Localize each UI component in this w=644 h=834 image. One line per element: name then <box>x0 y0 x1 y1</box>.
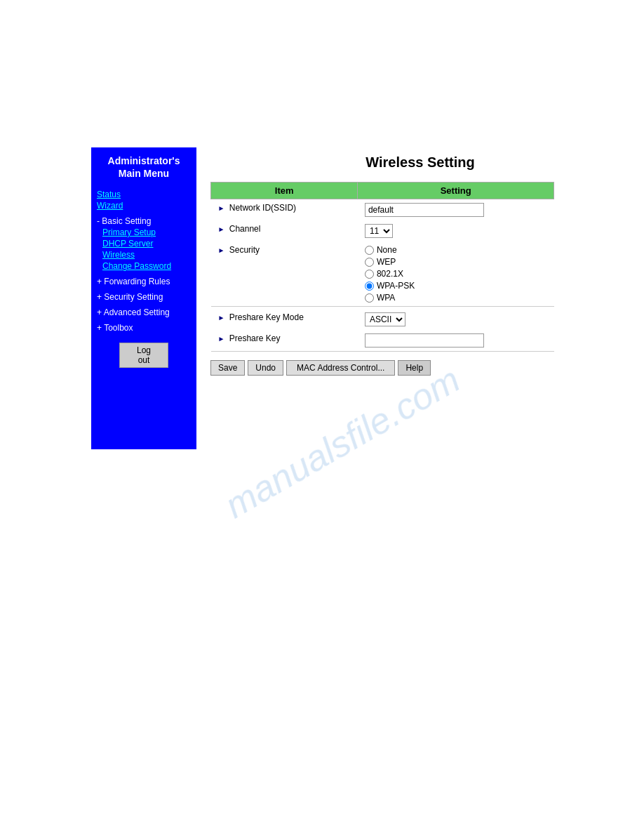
arrow-icon: ► <box>218 225 225 233</box>
radio-none-input[interactable] <box>365 246 374 255</box>
arrow-icon: ► <box>218 246 225 254</box>
table-row: ► Preshare Key <box>211 330 554 352</box>
radio-none[interactable]: None <box>365 245 547 255</box>
preshare-key-cell <box>358 330 554 352</box>
network-id-label: ► Network ID(SSID) <box>211 199 358 221</box>
mac-address-control-button[interactable]: MAC Address Control... <box>286 360 395 376</box>
sidebar-toolbox[interactable]: + Toolbox <box>97 323 191 333</box>
table-row: ► Preshare Key Mode ASCII HEX <box>211 307 554 331</box>
page-title: Wireless Setting <box>210 154 630 171</box>
radio-wpa-input[interactable] <box>365 293 374 303</box>
undo-button[interactable]: Undo <box>248 360 283 376</box>
sidebar-advanced-setting[interactable]: + Advanced Setting <box>97 307 191 317</box>
col-header-item: Item <box>211 183 358 199</box>
col-header-setting: Setting <box>358 183 554 199</box>
radio-8021x-input[interactable] <box>365 270 374 279</box>
preshare-key-label: ► Preshare Key <box>211 330 358 352</box>
sidebar-basic-setting[interactable]: - Basic Setting <box>97 216 191 226</box>
sidebar-item-dhcp-server[interactable]: DHCP Server <box>102 239 191 249</box>
sidebar-item-wireless[interactable]: Wireless <box>102 250 191 260</box>
security-label: ► Security <box>211 241 358 307</box>
save-button[interactable]: Save <box>210 360 245 376</box>
sidebar: Administrator's Main Menu Status Wizard … <box>91 147 196 449</box>
channel-cell: 1234 5678 91011 1213 <box>358 220 554 241</box>
preshare-key-input[interactable] <box>365 333 484 348</box>
radio-wpa-psk-input[interactable] <box>365 282 374 291</box>
table-row: ► Network ID(SSID) <box>211 199 554 221</box>
radio-wpa[interactable]: WPA <box>365 293 547 303</box>
sidebar-item-change-password[interactable]: Change Password <box>102 261 191 271</box>
security-radio-group: None WEP 802.1X WPA-PSK <box>365 245 547 303</box>
table-row: ► Security None WEP 802.1X <box>211 241 554 307</box>
preshare-key-mode-select[interactable]: ASCII HEX <box>365 312 405 326</box>
preshare-key-mode-label: ► Preshare Key Mode <box>211 307 358 331</box>
table-row: ► Channel 1234 5678 91011 1213 <box>211 220 554 241</box>
radio-wpa-psk[interactable]: WPA-PSK <box>365 281 547 291</box>
settings-table: Item Setting ► Network ID(SSID) <box>210 182 554 352</box>
bottom-buttons: Save Undo MAC Address Control... Help <box>210 360 630 376</box>
sidebar-forwarding-rules[interactable]: + Forwarding Rules <box>97 277 191 286</box>
network-id-input[interactable] <box>365 203 484 217</box>
sidebar-security-setting[interactable]: + Security Setting <box>97 292 191 302</box>
arrow-icon: ► <box>218 314 225 322</box>
help-button[interactable]: Help <box>398 360 431 376</box>
logout-button[interactable]: Log out <box>119 343 168 368</box>
main-content: Wireless Setting Item Setting ► Network … <box>196 147 644 390</box>
arrow-icon: ► <box>218 204 225 212</box>
radio-wep-input[interactable] <box>365 258 374 267</box>
sidebar-item-primary-setup[interactable]: Primary Setup <box>102 227 191 237</box>
network-id-cell <box>358 199 554 221</box>
sidebar-title: Administrator's Main Menu <box>97 154 191 180</box>
security-cell: None WEP 802.1X WPA-PSK <box>358 241 554 307</box>
channel-label: ► Channel <box>211 220 358 241</box>
preshare-key-mode-cell: ASCII HEX <box>358 307 554 331</box>
sidebar-item-wizard[interactable]: Wizard <box>97 201 191 211</box>
radio-8021x[interactable]: 802.1X <box>365 269 547 279</box>
channel-select[interactable]: 1234 5678 91011 1213 <box>365 224 393 238</box>
arrow-icon: ► <box>218 335 225 343</box>
sidebar-item-status[interactable]: Status <box>97 190 191 199</box>
radio-wep[interactable]: WEP <box>365 257 547 267</box>
